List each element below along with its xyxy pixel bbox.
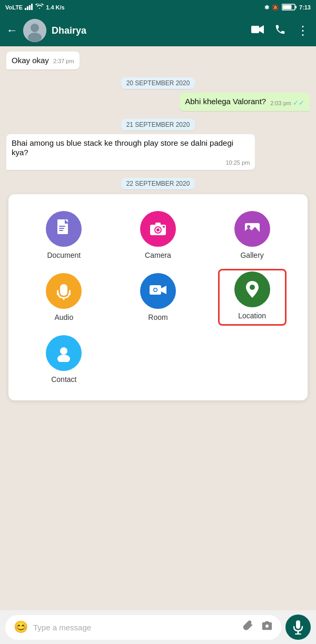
contact-label: Contact	[51, 375, 76, 384]
svg-point-34	[57, 355, 70, 362]
svg-rect-37	[295, 633, 301, 635]
svg-point-32	[250, 285, 255, 290]
svg-rect-36	[298, 631, 299, 633]
camera-input-button[interactable]	[261, 620, 273, 635]
room-icon-circle	[140, 273, 176, 309]
carrier-label: VoLTE	[5, 4, 23, 11]
attachment-panel: Document Camera	[8, 194, 308, 400]
svg-rect-0	[25, 8, 26, 10]
svg-point-9	[28, 33, 42, 42]
svg-point-20	[156, 228, 160, 232]
mute-icon: 🔕	[272, 4, 279, 11]
message-row: Abhi khelega Valorant? 2:03 pm ✓✓	[6, 93, 310, 114]
back-button[interactable]: ←	[6, 24, 18, 37]
signal-bars	[25, 4, 33, 11]
audio-label: Audio	[54, 313, 73, 321]
attach-location-item[interactable]: Location	[218, 269, 287, 326]
input-bar: 😊 Type a message	[0, 610, 316, 644]
gallery-label: Gallery	[240, 251, 263, 259]
audio-icon-circle	[46, 273, 82, 309]
status-bar: VoLTE 1.4 K/s ✱ 🔕 7:13	[0, 0, 316, 15]
attach-button[interactable]	[242, 620, 254, 635]
speed-label: 1.4 K/s	[46, 4, 64, 11]
video-call-button[interactable]	[251, 25, 264, 37]
more-options-button[interactable]: ⋮	[297, 23, 310, 38]
voice-call-button[interactable]	[274, 24, 286, 38]
received-message: Bhai among us blue stack ke through play…	[6, 134, 255, 170]
wifi-icon	[35, 4, 44, 11]
location-label: Location	[238, 311, 266, 320]
emoji-button[interactable]: 😊	[14, 620, 28, 634]
date-separator: 21 SEPTEMBER 2020	[6, 119, 310, 129]
message-text: Okay okay	[12, 56, 49, 65]
svg-rect-15	[59, 228, 64, 229]
status-left: VoLTE 1.4 K/s	[5, 4, 65, 11]
svg-rect-16	[59, 230, 63, 231]
svg-rect-27	[63, 298, 65, 300]
attach-camera-item[interactable]: Camera	[124, 207, 192, 264]
message-input-field[interactable]: 😊 Type a message	[5, 615, 281, 640]
svg-rect-10	[251, 26, 259, 33]
svg-rect-35	[296, 620, 300, 629]
attach-room-item[interactable]: Room	[124, 269, 192, 326]
gallery-icon-circle	[234, 211, 270, 247]
svg-rect-6	[282, 5, 291, 9]
status-right: ✱ 🔕 7:13	[264, 4, 311, 12]
attach-audio-item[interactable]: Audio	[29, 269, 98, 326]
svg-rect-14	[59, 226, 65, 227]
attach-contact-item[interactable]: Contact	[29, 331, 98, 388]
time-label: 7:13	[299, 4, 311, 11]
document-label: Document	[47, 251, 81, 259]
svg-rect-21	[155, 223, 161, 225]
location-icon-circle	[234, 271, 270, 307]
date-separator: 22 SEPTEMBER 2020	[6, 178, 310, 188]
message-text: Abhi khelega Valorant?	[185, 97, 266, 106]
message-text: Bhai among us blue stack ke through play…	[12, 138, 233, 157]
message-placeholder: Type a message	[33, 623, 237, 632]
document-icon-circle	[46, 211, 82, 247]
mic-button[interactable]	[285, 615, 311, 640]
svg-point-31	[154, 289, 156, 291]
camera-icon-circle	[140, 211, 176, 247]
contact-avatar[interactable]	[23, 19, 46, 42]
message-row: Bhai among us blue stack ke through play…	[6, 134, 310, 173]
received-message: Okay okay 2:37 pm	[6, 52, 80, 69]
svg-rect-5	[295, 6, 297, 8]
date-label: 20 SEPTEMBER 2020	[121, 77, 195, 89]
contact-icon-circle	[46, 335, 82, 371]
battery-label	[282, 4, 297, 12]
message-row: Okay okay 2:37 pm	[6, 52, 310, 73]
date-label: 21 SEPTEMBER 2020	[121, 119, 195, 130]
chat-header: ← Dhairya ⋮	[0, 15, 316, 46]
svg-point-24	[247, 225, 250, 228]
attachment-grid: Document Camera	[17, 207, 299, 388]
chat-area: Okay okay 2:37 pm 20 SEPTEMBER 2020 Abhi…	[0, 46, 316, 449]
input-right-icons	[242, 620, 273, 635]
svg-marker-29	[161, 286, 166, 294]
attach-gallery-item[interactable]: Gallery	[218, 207, 287, 264]
svg-point-22	[163, 226, 165, 228]
bluetooth-icon: ✱	[264, 4, 269, 11]
message-ticks: ✓✓	[293, 99, 304, 107]
svg-marker-11	[259, 25, 264, 34]
svg-rect-3	[31, 4, 33, 10]
room-label: Room	[148, 313, 167, 321]
svg-rect-1	[27, 6, 28, 10]
svg-point-8	[31, 24, 39, 32]
attach-document-item[interactable]: Document	[29, 207, 98, 264]
date-label: 22 SEPTEMBER 2020	[121, 178, 195, 189]
svg-rect-2	[29, 5, 31, 10]
contact-name[interactable]: Dhairya	[52, 25, 246, 36]
header-actions: ⋮	[251, 23, 310, 38]
message-time: 10:25 pm	[225, 159, 250, 166]
camera-label: Camera	[145, 251, 171, 259]
message-time: 2:03 pm ✓✓	[270, 99, 304, 107]
date-separator: 20 SEPTEMBER 2020	[6, 78, 310, 87]
svg-point-33	[60, 347, 67, 355]
sent-message: Abhi khelega Valorant? 2:03 pm ✓✓	[180, 93, 310, 111]
message-time: 2:37 pm	[53, 58, 74, 64]
